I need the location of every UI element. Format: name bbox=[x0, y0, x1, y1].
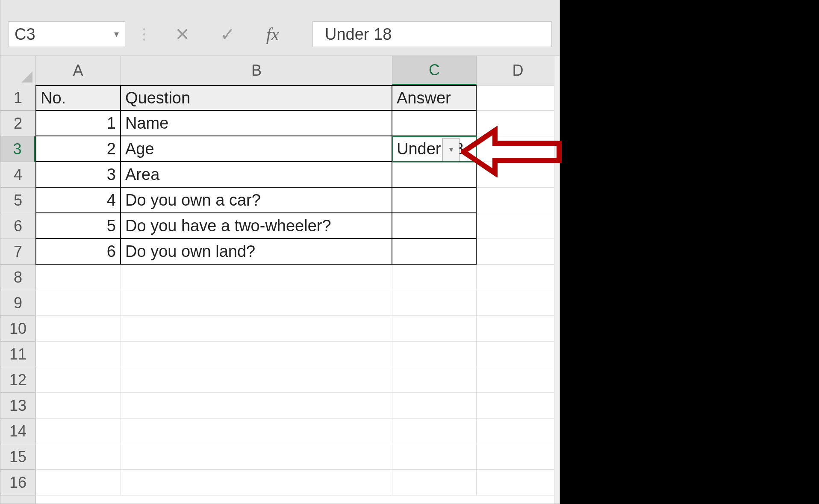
column-header-D[interactable]: D bbox=[477, 56, 560, 85]
cell-C2[interactable] bbox=[392, 111, 477, 136]
formula-input[interactable]: Under 18 bbox=[312, 21, 552, 47]
cell-B3[interactable]: Age bbox=[121, 136, 392, 162]
cell-D7[interactable] bbox=[477, 239, 560, 265]
column-header-B[interactable]: B bbox=[121, 56, 392, 85]
cell-C1[interactable]: Answer bbox=[392, 85, 477, 111]
cell-D5[interactable] bbox=[477, 188, 560, 213]
cell-B16[interactable] bbox=[121, 470, 392, 495]
cell-A4[interactable]: 3 bbox=[35, 162, 121, 188]
cell-D10[interactable] bbox=[477, 316, 560, 342]
cell-D12[interactable] bbox=[477, 367, 560, 393]
cells: No. Question Answer 1 Name 2 Age Under 1… bbox=[35, 85, 560, 504]
divider bbox=[0, 55, 560, 56]
fill-handle[interactable] bbox=[474, 159, 477, 162]
row-header-9[interactable]: 9 bbox=[0, 290, 35, 316]
formula-input-value: Under 18 bbox=[325, 25, 392, 44]
data-validation-dropdown-button[interactable]: ▾ bbox=[442, 138, 460, 161]
cell-A6[interactable]: 5 bbox=[35, 213, 121, 239]
row-header-1[interactable]: 1 bbox=[0, 85, 35, 111]
row-header-8[interactable]: 8 bbox=[0, 265, 35, 290]
cell-A3[interactable]: 2 bbox=[35, 136, 121, 162]
row-header-12[interactable]: 12 bbox=[0, 367, 35, 393]
cell-C12[interactable] bbox=[392, 367, 477, 393]
row-header-14[interactable]: 14 bbox=[0, 419, 35, 444]
row-header-2[interactable]: 2 bbox=[0, 111, 35, 136]
cell-C4[interactable] bbox=[392, 162, 477, 188]
cell-A8[interactable] bbox=[35, 265, 121, 290]
cell-A14[interactable] bbox=[35, 419, 121, 444]
cell-D6[interactable] bbox=[477, 213, 560, 239]
column-header-C[interactable]: C bbox=[392, 56, 477, 85]
cell-D15[interactable] bbox=[477, 444, 560, 470]
cell-C13[interactable] bbox=[392, 393, 477, 419]
cell-B8[interactable] bbox=[121, 265, 392, 290]
cell-C8[interactable] bbox=[392, 265, 477, 290]
name-box[interactable]: C3 ▾ bbox=[8, 21, 125, 47]
row-header-11[interactable]: 11 bbox=[0, 342, 35, 367]
cell-A5[interactable]: 4 bbox=[35, 188, 121, 213]
cell-A13[interactable] bbox=[35, 393, 121, 419]
cell-D11[interactable] bbox=[477, 342, 560, 367]
cell-C9[interactable] bbox=[392, 290, 477, 316]
row-header-13[interactable]: 13 bbox=[0, 393, 35, 419]
formula-bar-grip[interactable] bbox=[138, 15, 150, 53]
cell-A10[interactable] bbox=[35, 316, 121, 342]
insert-function-button[interactable]: fx bbox=[263, 24, 283, 44]
cell-C11[interactable] bbox=[392, 342, 477, 367]
cell-C15[interactable] bbox=[392, 444, 477, 470]
row-header-5[interactable]: 5 bbox=[0, 188, 35, 213]
cell-D4[interactable] bbox=[477, 162, 560, 188]
cell-A9[interactable] bbox=[35, 290, 121, 316]
enter-entry-button[interactable]: ✓ bbox=[218, 24, 237, 44]
cell-C14[interactable] bbox=[392, 419, 477, 444]
cell-B6[interactable]: Do you have a two-wheeler? bbox=[121, 213, 392, 239]
cell-A11[interactable] bbox=[35, 342, 121, 367]
cell-C7[interactable] bbox=[392, 239, 477, 265]
cell-D13[interactable] bbox=[477, 393, 560, 419]
row-header-16[interactable]: 16 bbox=[0, 470, 35, 495]
cell-C5[interactable] bbox=[392, 188, 477, 213]
cell-C6[interactable] bbox=[392, 213, 477, 239]
cell-D3[interactable] bbox=[477, 136, 560, 162]
cell-B5[interactable]: Do you own a car? bbox=[121, 188, 392, 213]
row-header-4[interactable]: 4 bbox=[0, 162, 35, 188]
cell-D14[interactable] bbox=[477, 419, 560, 444]
cell-B12[interactable] bbox=[121, 367, 392, 393]
cell-A1[interactable]: No. bbox=[35, 85, 121, 111]
vertical-scrollbar[interactable] bbox=[554, 56, 560, 504]
cell-B2[interactable]: Name bbox=[121, 111, 392, 136]
row-header-15[interactable]: 15 bbox=[0, 444, 35, 470]
cell-B15[interactable] bbox=[121, 444, 392, 470]
cell-D8[interactable] bbox=[477, 265, 560, 290]
cell-A15[interactable] bbox=[35, 444, 121, 470]
cell-A7[interactable]: 6 bbox=[35, 239, 121, 265]
cell-B11[interactable] bbox=[121, 342, 392, 367]
cell-B7[interactable]: Do you own land? bbox=[121, 239, 392, 265]
cell-A16[interactable] bbox=[35, 470, 121, 495]
cell-A2[interactable]: 1 bbox=[35, 111, 121, 136]
cell-C3[interactable]: Under 18 bbox=[392, 136, 477, 162]
cell-B1[interactable]: Question bbox=[121, 85, 392, 111]
cell-B9[interactable] bbox=[121, 290, 392, 316]
cell-B14[interactable] bbox=[121, 419, 392, 444]
cell-B10[interactable] bbox=[121, 316, 392, 342]
cell-A12[interactable] bbox=[35, 367, 121, 393]
row-header-10[interactable]: 10 bbox=[0, 316, 35, 342]
chevron-down-icon[interactable]: ▾ bbox=[108, 22, 125, 47]
cell-D9[interactable] bbox=[477, 290, 560, 316]
worksheet-grid[interactable]: A B C D 1 2 3 4 5 6 7 8 9 10 11 12 13 14… bbox=[0, 56, 560, 504]
cell-B4[interactable]: Area bbox=[121, 162, 392, 188]
cell-C10[interactable] bbox=[392, 316, 477, 342]
cancel-entry-button[interactable]: ✕ bbox=[172, 24, 192, 44]
select-all-corner[interactable] bbox=[0, 56, 35, 85]
row-header-6[interactable]: 6 bbox=[0, 213, 35, 239]
cell-D1[interactable] bbox=[477, 85, 560, 111]
cell-C16[interactable] bbox=[392, 470, 477, 495]
row-header-7[interactable]: 7 bbox=[0, 239, 35, 265]
cell-B13[interactable] bbox=[121, 393, 392, 419]
chevron-down-icon: ▾ bbox=[449, 145, 453, 154]
cell-D2[interactable] bbox=[477, 111, 560, 136]
row-header-3[interactable]: 3 bbox=[0, 136, 35, 162]
cell-D16[interactable] bbox=[477, 470, 560, 495]
column-header-A[interactable]: A bbox=[35, 56, 121, 85]
